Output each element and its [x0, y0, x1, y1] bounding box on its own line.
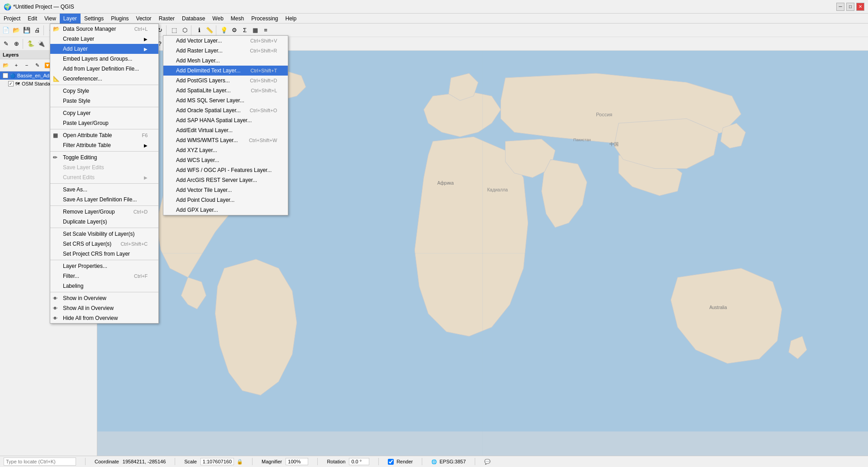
menu-item-save-as[interactable]: Save As... [50, 185, 158, 195]
coordinate-label: Coordinate [95, 459, 119, 464]
menu-sep-3 [50, 129, 158, 129]
menu-item-embed-layers[interactable]: Embed Layers and Groups... [50, 54, 158, 64]
locate-input[interactable] [4, 457, 76, 466]
menu-layer[interactable]: Layer [60, 14, 81, 24]
menu-item-save-as-def[interactable]: Save As Layer Definition File... [50, 195, 158, 205]
menu-item-scale-visibility[interactable]: Set Scale Visibility of Layer(s) [50, 229, 158, 239]
menu-item-filter-attr[interactable]: Filter Attribute Table ▶ [50, 140, 158, 150]
menu-sep-9 [50, 292, 158, 292]
python-btn[interactable]: 🐍 [26, 39, 36, 49]
menu-item-paste-layer[interactable]: Paste Layer/Group [50, 118, 158, 128]
menu-item-datasource[interactable]: 📂 Data Source Manager Ctrl+L [50, 24, 158, 34]
scale-lock-icon[interactable]: 🔒 [237, 459, 243, 465]
menu-project[interactable]: Project [0, 14, 24, 24]
menu-item-set-project-crs[interactable]: Set Project CRS from Layer [50, 249, 158, 259]
submenu-add-vector-tile[interactable]: Add Vector Tile Layer... [163, 185, 288, 195]
remove-layer-btn[interactable]: − [22, 60, 32, 70]
menu-item-add-layer[interactable]: Add Layer ▶ [50, 44, 158, 54]
menu-item-paste-style[interactable]: Paste Style [50, 96, 158, 106]
menu-processing[interactable]: Processing [248, 14, 281, 24]
menu-settings[interactable]: Settings [81, 14, 107, 24]
menu-mesh[interactable]: Mesh [227, 14, 248, 24]
close-button[interactable]: ✕ [856, 3, 864, 11]
menu-view[interactable]: View [41, 14, 60, 24]
menu-item-add-from-def[interactable]: Add from Layer Definition File... [50, 64, 158, 74]
overview-all-icon: 👁 [53, 306, 57, 311]
save-project-button[interactable]: 💾 [22, 25, 32, 35]
menu-item-remove-layer[interactable]: Remove Layer/Group Ctrl+D [50, 207, 158, 217]
submenu-add-virtual[interactable]: Add/Edit Virtual Layer... [163, 125, 288, 135]
menu-web[interactable]: Web [209, 14, 227, 24]
measure-button[interactable]: 📏 [205, 25, 215, 35]
menu-item-filter[interactable]: Filter... Ctrl+F [50, 271, 158, 281]
submenu-add-point-cloud[interactable]: Add Point Cloud Layer... [163, 195, 288, 205]
submenu-add-mesh[interactable]: Add Mesh Layer... [163, 56, 288, 66]
menu-item-create-layer[interactable]: Create Layer ▶ [50, 34, 158, 44]
menu-item-duplicate-layer[interactable]: Duplicate Layer(s) [50, 217, 158, 227]
menu-item-copy-layer[interactable]: Copy Layer [50, 108, 158, 118]
magnifier-display: Magnifier 100% [262, 458, 308, 465]
submenu-add-mssql[interactable]: Add MS SQL Server Layer... [163, 95, 288, 105]
maximize-button[interactable]: □ [846, 3, 854, 11]
open-editor-btn[interactable]: ✎ [32, 60, 42, 70]
layer-check[interactable]: ✓ [3, 73, 8, 78]
toolbar-sep-6 [23, 39, 24, 49]
submenu-add-oracle[interactable]: Add Oracle Spatial Layer... Ctrl+Shift+O [163, 105, 288, 115]
attr-table-button[interactable]: ▦ [250, 25, 260, 35]
menu-item-show-overview[interactable]: 👁 Show in Overview [50, 293, 158, 303]
menu-item-set-crs[interactable]: Set CRS of Layer(s) Ctrl+Shift+C [50, 239, 158, 249]
render-checkbox[interactable] [388, 459, 394, 465]
menu-item-hide-overview[interactable]: 👁 Hide All from Overview [50, 313, 158, 323]
submenu-add-arcgis[interactable]: Add ArcGIS REST Server Layer... [163, 175, 288, 185]
select-polygon-button[interactable]: ⬡ [180, 25, 190, 35]
submenu-add-xyz[interactable]: Add XYZ Layer... [163, 145, 288, 155]
menu-item-properties[interactable]: Layer Properties... [50, 261, 158, 271]
submenu-add-postgis[interactable]: Add PostGIS Layers... Ctrl+Shift+D [163, 76, 288, 86]
submenu-add-gpx[interactable]: Add GPX Layer... [163, 205, 288, 215]
stats-button[interactable]: Σ [240, 25, 250, 35]
identify-button[interactable]: ℹ [194, 25, 204, 35]
tips-button[interactable]: 💡 [219, 25, 229, 35]
menu-edit[interactable]: Edit [24, 14, 41, 24]
digitize-btn[interactable]: ✎ [1, 39, 11, 49]
menu-plugins[interactable]: Plugins [107, 14, 132, 24]
submenu-add-vector[interactable]: Add Vector Layer... Ctrl+Shift+V [163, 36, 288, 46]
snap-btn[interactable]: ⊕ [11, 39, 21, 49]
submenu-add-wfs[interactable]: Add WFS / OGC API - Features Layer... [163, 165, 288, 175]
scale-label: Scale [184, 459, 197, 464]
menu-raster[interactable]: Raster [155, 14, 178, 24]
new-project-button[interactable]: 📄 [1, 25, 11, 35]
coordinate-value: 19584211, -285146 [123, 459, 166, 464]
submenu-add-wcs[interactable]: Add WCS Layer... [163, 155, 288, 165]
menu-help[interactable]: Help [282, 14, 300, 24]
menu-item-show-all-overview[interactable]: 👁 Show All in Overview [50, 303, 158, 313]
plugin-btn[interactable]: 🔌 [36, 39, 46, 49]
minimize-button[interactable]: ─ [836, 3, 844, 11]
hide-overview-icon: 👁 [53, 316, 57, 321]
menu-item-copy-style[interactable]: Copy Style [50, 86, 158, 96]
select-button[interactable]: ⬚ [169, 25, 179, 35]
menu-item-labeling[interactable]: Labeling [50, 281, 158, 291]
menu-sep-5 [50, 183, 158, 184]
menu-item-save-edits[interactable]: Save Layer Edits [50, 162, 158, 172]
submenu-add-wms[interactable]: Add WMS/WMTS Layer... Ctrl+Shift+W [163, 135, 288, 145]
submenu-add-saphana[interactable]: Add SAP HANA Spatial Layer... [163, 115, 288, 125]
submenu-add-raster[interactable]: Add Raster Layer... Ctrl+Shift+R [163, 46, 288, 56]
settings-button[interactable]: ⚙ [229, 25, 239, 35]
menu-item-toggle-edit[interactable]: ✏ Toggle Editing [50, 152, 158, 162]
menu-sep-7 [50, 228, 158, 228]
menu-database[interactable]: Database [178, 14, 209, 24]
menu-item-open-attr[interactable]: ▦ Open Attribute Table F6 [50, 130, 158, 140]
add-layer-btn[interactable]: + [11, 60, 21, 70]
print-button[interactable]: 🖨 [32, 25, 42, 35]
open-layer-btn[interactable]: 📂 [1, 60, 11, 70]
submenu-add-spatialite[interactable]: Add SpatiaLite Layer... Ctrl+Shift+L [163, 86, 288, 95]
layer-check[interactable]: ✓ [8, 81, 14, 86]
open-project-button[interactable]: 📂 [11, 25, 21, 35]
menu-item-georef[interactable]: 📐 Georeferencer... [50, 74, 158, 84]
menu-item-current-edits[interactable]: Current Edits ▶ [50, 172, 158, 182]
menu-vector[interactable]: Vector [133, 14, 155, 24]
submenu-add-delimited-text[interactable]: Add Delimited Text Layer... Ctrl+Shift+T [163, 66, 288, 76]
crs-value: EPSG:3857 [439, 459, 466, 464]
field-calc-button[interactable]: ≡ [261, 25, 271, 35]
